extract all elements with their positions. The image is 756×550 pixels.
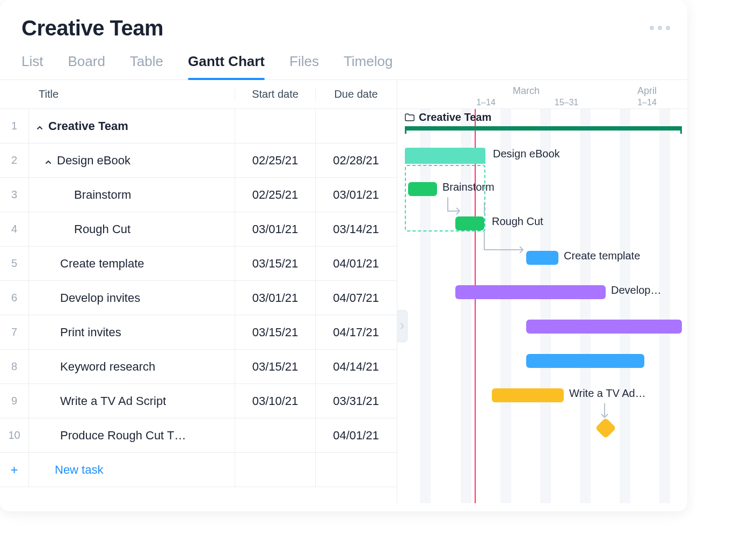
table-row[interactable]: 3 Brainstorm 02/25/21 03/01/21	[0, 178, 397, 212]
view-tabs: List Board Table Gantt Chart Files Timel…	[0, 40, 687, 80]
table-row[interactable]: 2 Design eBook 02/25/21 02/28/21	[0, 143, 397, 178]
collapse-panel-handle[interactable]	[397, 310, 408, 342]
table-row[interactable]: 5 Create template 03/15/21 04/01/21	[0, 247, 397, 281]
header: Creative Team	[0, 0, 687, 40]
task-title-cell[interactable]: Keyword research	[29, 350, 235, 383]
task-title: Creative Team	[48, 119, 128, 133]
more-menu-button[interactable]	[650, 26, 670, 30]
gantt-bar-label: Create template	[564, 250, 640, 262]
table-row[interactable]: 6 Develop invites 03/01/21 04/07/21	[0, 281, 397, 315]
task-title-cell[interactable]: Rough Cut	[29, 212, 235, 246]
due-date-cell[interactable]: 03/01/21	[316, 178, 396, 212]
task-title-cell[interactable]: Develop invites	[29, 281, 235, 315]
tab-files[interactable]: Files	[289, 53, 319, 79]
app-window: Creative Team List Board Table Gantt Cha…	[0, 0, 687, 511]
folder-title-text: Creative Team	[419, 111, 491, 124]
gantt-bar-label: Rough Cut	[492, 215, 543, 228]
row-number: 8	[0, 350, 29, 383]
gantt-bar-print-invites[interactable]	[526, 320, 682, 334]
task-title: Write a TV Ad Script	[60, 394, 166, 408]
more-dot-icon	[658, 26, 662, 30]
weekend-stripe	[500, 109, 511, 503]
due-date-cell[interactable]	[316, 109, 396, 143]
gantt-timeline[interactable]: March April 1–14 15–31 1–14	[397, 80, 687, 503]
tab-gantt-chart[interactable]: Gantt Chart	[188, 53, 265, 79]
task-title-cell[interactable]: Create template	[29, 247, 235, 280]
new-task-row[interactable]: + New task	[0, 453, 397, 487]
collapse-caret-icon[interactable]	[33, 121, 43, 131]
start-date-cell[interactable]: 02/25/21	[235, 143, 316, 177]
row-number: 5	[0, 247, 29, 280]
gantt-bar-label: Design eBook	[493, 148, 560, 160]
due-date-cell[interactable]: 04/01/21	[316, 418, 396, 452]
due-date-cell[interactable]: 03/31/21	[316, 384, 396, 418]
due-date-cell[interactable]: 03/14/21	[316, 212, 396, 246]
table-row[interactable]: 8 Keyword research 03/15/21 04/14/21	[0, 350, 397, 384]
row-number: 10	[0, 418, 29, 452]
period-label: 15–31	[526, 98, 607, 107]
table-row[interactable]: 4 Rough Cut 03/01/21 03/14/21	[0, 212, 397, 247]
start-date-cell[interactable]: 02/25/21	[235, 178, 316, 212]
more-dot-icon	[666, 26, 670, 30]
due-date-cell[interactable]: 04/07/21	[316, 281, 396, 315]
due-date-cell[interactable]: 04/14/21	[316, 350, 396, 383]
folder-summary-label[interactable]: Creative Team	[405, 111, 491, 124]
task-title: Brainstorm	[74, 188, 131, 202]
group-bracket[interactable]	[405, 126, 682, 131]
gantt-bar-label: Develop…	[611, 284, 661, 296]
task-table: Title Start date Due date 1 Creative Tea…	[0, 80, 397, 503]
table-header-row: Title Start date Due date	[0, 80, 397, 109]
start-date-cell[interactable]: 03/15/21	[235, 247, 316, 280]
gantt-bar-design-ebook[interactable]	[405, 148, 485, 164]
collapse-caret-icon[interactable]	[42, 156, 52, 165]
gantt-bar-label: Brainstorm	[442, 181, 495, 193]
gantt-bar-brainstorm[interactable]	[408, 182, 437, 196]
due-date-column-header[interactable]: Due date	[316, 88, 396, 100]
dependency-arrow-icon	[483, 202, 537, 256]
gantt-bar-rough-cut[interactable]	[455, 216, 484, 230]
start-date-column-header[interactable]: Start date	[235, 88, 316, 100]
timeline-body[interactable]: Creative Team Design eBook Brainstorm Ro…	[397, 109, 687, 503]
table-row[interactable]: 7 Print invites 03/15/21 04/17/21	[0, 315, 397, 350]
start-date-cell[interactable]: 03/15/21	[235, 315, 316, 349]
table-body: 1 Creative Team 2 Design eBook 02/25/21	[0, 109, 397, 503]
task-title-cell[interactable]: Creative Team	[29, 109, 235, 143]
start-date-cell[interactable]: 03/10/21	[235, 384, 316, 418]
gantt-bar-create-template[interactable]	[526, 251, 558, 265]
task-title-cell[interactable]: Produce Rough Cut T…	[29, 418, 235, 452]
row-number: 2	[0, 143, 29, 177]
start-date-cell[interactable]	[235, 109, 316, 143]
task-title: Rough Cut	[74, 222, 130, 236]
tab-list[interactable]: List	[21, 53, 43, 79]
gantt-bar-write-tv-ad[interactable]	[492, 388, 564, 402]
tab-timelog[interactable]: Timelog	[344, 53, 393, 79]
row-number: 1	[0, 109, 29, 143]
due-date-cell[interactable]: 04/01/21	[316, 247, 396, 280]
period-label: 1–14	[607, 98, 687, 107]
task-title: Create template	[60, 257, 144, 271]
new-task-label: New task	[29, 453, 235, 487]
start-date-cell[interactable]	[235, 418, 316, 452]
gantt-bar-develop-invites[interactable]	[455, 285, 606, 299]
table-row[interactable]: 9 Write a TV Ad Script 03/10/21 03/31/21	[0, 384, 397, 418]
gantt-bar-keyword-research[interactable]	[526, 354, 644, 368]
start-date-cell[interactable]: 03/01/21	[235, 281, 316, 315]
table-row[interactable]: 10 Produce Rough Cut T… 04/01/21	[0, 418, 397, 453]
task-title-cell[interactable]: Print invites	[29, 315, 235, 349]
weekend-stripe	[580, 109, 591, 503]
chevron-right-icon	[399, 322, 405, 330]
task-title: Produce Rough Cut T…	[60, 429, 186, 443]
task-title-cell[interactable]: Write a TV Ad Script	[29, 384, 235, 418]
due-date-cell[interactable]: 02/28/21	[316, 143, 396, 177]
due-date-cell[interactable]: 04/17/21	[316, 315, 396, 349]
title-column-header[interactable]: Title	[29, 88, 235, 100]
task-title-cell[interactable]: Design eBook	[29, 143, 235, 177]
row-number: 4	[0, 212, 29, 246]
weekend-stripe	[620, 109, 630, 503]
start-date-cell[interactable]: 03/15/21	[235, 350, 316, 383]
task-title-cell[interactable]: Brainstorm	[29, 178, 235, 212]
tab-table[interactable]: Table	[130, 53, 163, 79]
start-date-cell[interactable]: 03/01/21	[235, 212, 316, 246]
table-row[interactable]: 1 Creative Team	[0, 109, 397, 143]
tab-board[interactable]: Board	[68, 53, 105, 79]
